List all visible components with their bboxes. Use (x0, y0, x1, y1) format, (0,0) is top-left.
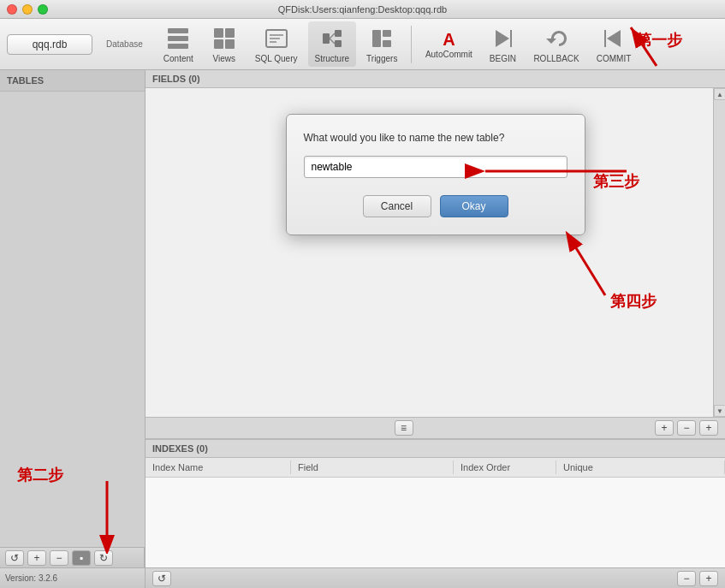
remove-field-button[interactable]: − (677, 420, 696, 436)
status-bar-right: − + (677, 571, 718, 586)
sidebar-remove-button[interactable]: − (50, 550, 68, 566)
rollback-icon (543, 25, 570, 52)
content-area: FIELDS (0) ▲ ▼ What would you like to na… (146, 70, 725, 567)
svg-rect-0 (168, 28, 188, 33)
close-button[interactable] (7, 4, 17, 15)
toolbar-separator-1 (411, 26, 412, 63)
sidebar-header: TABLES (0, 70, 145, 92)
title-bar: QFDisk:Users:qianfeng:Desktop:qqq.rdb (0, 0, 725, 19)
fields-header: FIELDS (0) (146, 70, 725, 88)
col-index-order: Index Order (454, 460, 556, 474)
svg-line-15 (330, 39, 335, 44)
content-icon (164, 25, 192, 52)
col-field: Field (291, 460, 454, 474)
autocommit-icon: A (443, 30, 455, 50)
toolbar-content[interactable]: Content (157, 21, 200, 67)
indexes-header: INDEXES (0) (146, 440, 725, 458)
sidebar-add-button[interactable]: + (27, 550, 46, 566)
structure-icon (318, 25, 346, 52)
add-field-button[interactable]: + (655, 420, 674, 436)
status-bar-wrapper: Version: 3.2.6 ↺ − + (0, 567, 725, 588)
begin-icon (489, 25, 516, 52)
status-bar-sidebar: Version: 3.2.6 (0, 567, 146, 588)
svg-rect-5 (214, 39, 223, 49)
toolbar-triggers[interactable]: Triggers (360, 21, 404, 67)
dialog-overlay: What would you like to name the new tabl… (146, 88, 725, 417)
cancel-button[interactable]: Cancel (363, 195, 431, 217)
svg-rect-17 (383, 30, 391, 37)
indexes-section: INDEXES (0) Index Name Field Index Order… (146, 439, 725, 567)
col-unique: Unique (556, 460, 725, 474)
triggers-icon (368, 25, 395, 52)
refresh-button[interactable]: ↺ (152, 571, 171, 586)
toolbar-begin[interactable]: BEGIN (482, 21, 523, 67)
sql-query-label: SQL Query (255, 54, 298, 63)
window-controls[interactable] (7, 4, 48, 15)
minimize-button[interactable] (22, 4, 33, 15)
views-icon (211, 25, 238, 52)
indexes-table: Index Name Field Index Order Unique (146, 458, 725, 567)
svg-line-14 (330, 33, 335, 39)
svg-rect-11 (323, 33, 330, 44)
sidebar-more-button[interactable]: ▪ (72, 550, 91, 566)
fields-body: ▲ ▼ What would you like to name the new … (146, 88, 725, 417)
content-label: Content (163, 54, 193, 63)
middle-toolbar: ≡ + − + (146, 417, 725, 439)
middle-toolbar-right: + − + (655, 420, 718, 436)
add-field-button2[interactable]: + (699, 420, 718, 436)
commit-icon (600, 25, 627, 52)
col-index-name: Index Name (146, 460, 291, 474)
sql-query-icon (263, 25, 290, 52)
toolbar-sql-query[interactable]: SQL Query (248, 21, 305, 67)
sidebar-refresh-button[interactable]: ↺ (5, 550, 24, 566)
toolbar-rollback[interactable]: ROLLBACK (526, 21, 585, 67)
menu-button[interactable]: ≡ (395, 420, 413, 436)
status-bar-left: ↺ (152, 571, 171, 586)
sidebar-bottom-bar: ↺ + − ▪ ↻ (0, 547, 145, 567)
okay-button[interactable]: Okay (440, 195, 508, 217)
begin-label: BEGIN (490, 54, 516, 63)
svg-rect-2 (168, 44, 188, 49)
main-area: TABLES ↺ + − ▪ ↻ FIELDS (0) ▲ ▼ What wo (0, 70, 725, 567)
svg-rect-13 (335, 40, 342, 47)
svg-marker-21 (607, 30, 621, 47)
toolbar-structure[interactable]: Structure (308, 21, 357, 67)
triggers-label: Triggers (366, 54, 397, 63)
structure-label: Structure (315, 54, 350, 63)
svg-rect-1 (168, 36, 188, 41)
status-bar-main: ↺ − + (146, 567, 725, 588)
indexes-columns: Index Name Field Index Order Unique (146, 458, 725, 478)
version-text: Version: 3.2.6 (5, 573, 57, 583)
status-minus-button[interactable]: − (677, 571, 696, 586)
status-plus-button[interactable]: + (699, 571, 718, 586)
svg-rect-4 (225, 28, 235, 38)
sidebar-content[interactable] (0, 92, 145, 547)
svg-rect-3 (214, 28, 223, 38)
dialog-title: What would you like to name the new tabl… (304, 132, 568, 144)
database-label: Database (106, 39, 143, 49)
toolbar: qqq.rdb Database Content Views (0, 19, 725, 70)
svg-rect-16 (372, 30, 381, 47)
svg-rect-12 (335, 30, 342, 37)
svg-marker-19 (496, 30, 509, 47)
toolbar-autocommit[interactable]: A AutoCommit (419, 27, 478, 62)
middle-toolbar-center: ≡ (395, 420, 413, 436)
table-name-input[interactable] (304, 156, 568, 178)
toolbar-views[interactable]: Views (204, 21, 245, 67)
sidebar-reload-button[interactable]: ↻ (94, 550, 113, 566)
autocommit-label: AutoCommit (425, 50, 472, 59)
svg-rect-18 (383, 40, 391, 47)
views-label: Views (213, 54, 236, 63)
new-table-dialog: What would you like to name the new tabl… (286, 114, 585, 235)
sidebar: TABLES ↺ + − ▪ ↻ (0, 70, 146, 567)
rollback-label: ROLLBACK (533, 54, 579, 63)
toolbar-commit[interactable]: COMMIT (590, 21, 639, 67)
svg-rect-6 (225, 39, 235, 49)
window-title: QFDisk:Users:qianfeng:Desktop:qqq.rdb (278, 4, 447, 15)
maximize-button[interactable] (38, 4, 48, 15)
commit-label: COMMIT (597, 54, 632, 63)
dialog-buttons: Cancel Okay (304, 195, 568, 217)
database-button[interactable]: qqq.rdb (7, 34, 92, 55)
